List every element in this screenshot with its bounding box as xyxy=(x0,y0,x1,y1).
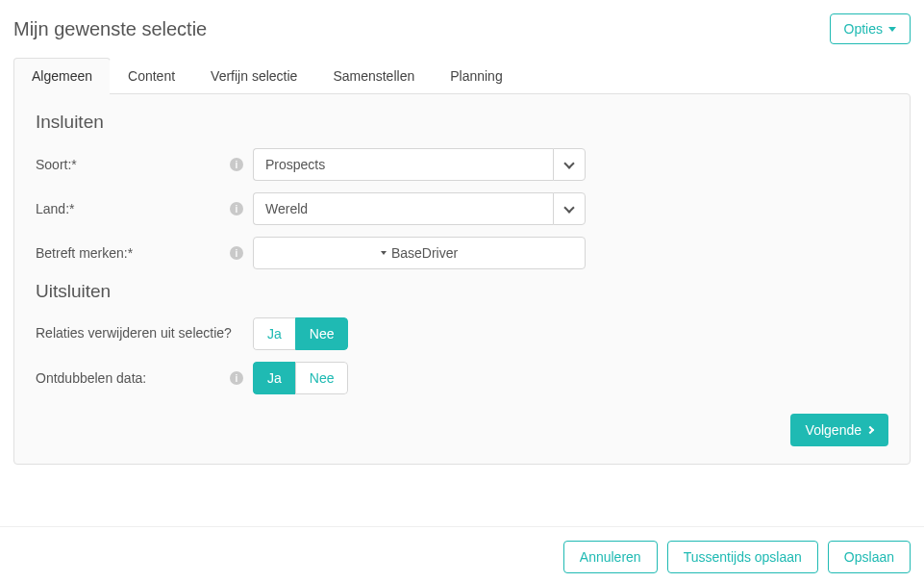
tab-planning[interactable]: Planning xyxy=(432,58,521,93)
soort-value: Prospects xyxy=(253,148,553,181)
section-insluiten-title: Insluiten xyxy=(36,112,888,133)
tab-algemeen[interactable]: Algemeen xyxy=(13,58,111,94)
merken-value: BaseDriver xyxy=(391,245,458,261)
options-dropdown[interactable]: Opties xyxy=(830,13,911,44)
footer-bar: Annuleren Tussentijds opslaan Opslaan xyxy=(0,526,924,582)
land-label: Land:* xyxy=(36,201,74,216)
panel: Insluiten Soort:* i Prospects Land:* i W… xyxy=(13,93,911,465)
ontdubbelen-label: Ontdubbelen data: xyxy=(36,370,146,386)
land-value: Wereld xyxy=(253,192,553,225)
tab-verfijn-selectie[interactable]: Verfijn selectie xyxy=(192,58,315,93)
relaties-toggle: Ja Nee xyxy=(253,317,348,350)
info-icon[interactable]: i xyxy=(230,158,243,171)
options-label: Opties xyxy=(844,21,883,37)
chevron-right-icon xyxy=(866,426,874,434)
section-uitsluiten-title: Uitsluiten xyxy=(36,281,888,302)
volgende-button[interactable]: Volgende xyxy=(790,414,888,446)
soort-label: Soort:* xyxy=(36,157,77,172)
tab-samenstellen[interactable]: Samenstellen xyxy=(314,58,433,93)
merken-label: Betreft merken:* xyxy=(36,245,133,261)
info-icon[interactable]: i xyxy=(230,246,243,260)
merken-select[interactable]: BaseDriver xyxy=(253,237,586,269)
volgende-label: Volgende xyxy=(806,422,862,438)
relaties-label: Relaties verwijderen uit selectie? xyxy=(36,325,232,341)
info-icon[interactable]: i xyxy=(230,202,243,215)
chevron-down-icon[interactable] xyxy=(553,192,586,225)
land-select[interactable]: Wereld xyxy=(253,192,586,225)
annuleren-button[interactable]: Annuleren xyxy=(563,541,658,573)
ontdubbelen-nee[interactable]: Nee xyxy=(295,362,349,394)
caret-down-icon xyxy=(888,27,896,32)
tabs: Algemeen Content Verfijn selectie Samens… xyxy=(13,58,911,93)
relaties-ja[interactable]: Ja xyxy=(253,317,295,350)
relaties-nee[interactable]: Nee xyxy=(295,317,349,350)
page-title: Mijn gewenste selectie xyxy=(13,18,207,40)
info-icon[interactable]: i xyxy=(230,371,243,385)
soort-select[interactable]: Prospects xyxy=(253,148,586,181)
ontdubbelen-ja[interactable]: Ja xyxy=(253,362,295,394)
tussentijds-opslaan-button[interactable]: Tussentijds opslaan xyxy=(667,541,818,573)
chevron-down-icon[interactable] xyxy=(553,148,586,181)
opslaan-button[interactable]: Opslaan xyxy=(828,541,911,573)
tab-content[interactable]: Content xyxy=(110,58,193,93)
caret-down-icon xyxy=(381,251,387,255)
ontdubbelen-toggle: Ja Nee xyxy=(253,362,348,394)
